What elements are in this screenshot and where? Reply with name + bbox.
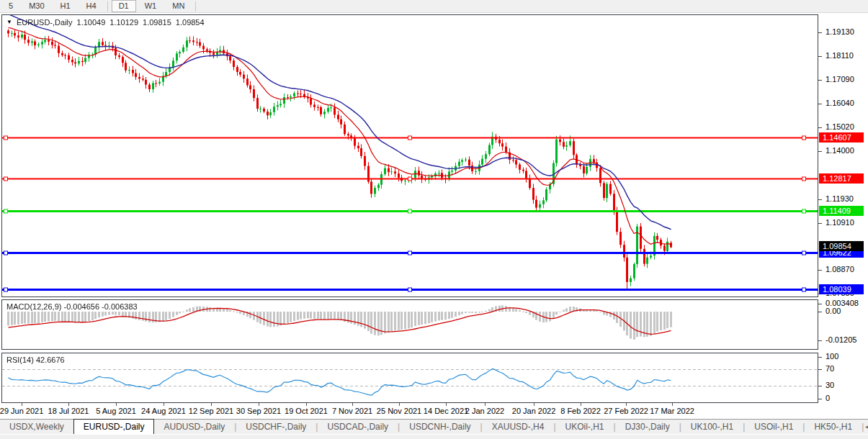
timeframe-button-d1[interactable]: D1 — [112, 0, 136, 12]
timeframe-button-h1[interactable]: H1 — [53, 0, 78, 12]
price-line-badge: 1.08039 — [819, 284, 864, 294]
time-axis-label: 12 Sep 2021 — [189, 407, 233, 415]
time-axis-tick — [259, 403, 259, 406]
time-axis-label: 29 Jun 2021 — [0, 407, 43, 415]
time-axis-tick — [211, 403, 212, 406]
rsi-axis-label: 30 — [826, 381, 834, 389]
rsi-axis-tick — [818, 357, 822, 358]
time-axis-tick — [626, 403, 627, 406]
time-axis-label: 17 Mar 2022 — [650, 407, 694, 415]
time-axis[interactable]: 29 Jun 202118 Jul 20215 Aug 202124 Aug 2… — [1, 403, 818, 419]
time-axis-tick — [534, 403, 534, 406]
chart-tab-hk50-h1[interactable]: HK50-,H1 — [805, 420, 862, 434]
timeframe-button-5[interactable]: 5 — [1, 0, 20, 12]
time-axis-tick — [116, 403, 117, 406]
price-axis-label: 1.17090 — [826, 75, 854, 83]
time-axis-tick — [164, 403, 164, 406]
timeframe-button-mn[interactable]: MN — [165, 0, 192, 12]
time-axis-label: 20 Jan 2022 — [512, 407, 556, 415]
price-axis-label: 1.19130 — [826, 27, 854, 36]
chart-title: ▼ EURUSD-,Daily 1.10049 1.10129 1.09815 … — [6, 18, 205, 27]
time-axis-label: 8 Feb 2022 — [560, 407, 601, 415]
price-axis-label: 1.15020 — [826, 122, 854, 131]
macd-indicator-panel: MACD(12,26,9) -0.004656 -0.006383 — [1, 299, 818, 350]
chart-tabbar: USDX,WeeklyEURUSD-,DailyAUDUSD-,Daily|US… — [0, 419, 868, 434]
time-axis-tick — [446, 403, 447, 406]
timeframe-button-m30[interactable]: M30 — [22, 0, 51, 12]
price-axis-tick — [818, 127, 822, 128]
rsi-canvas[interactable] — [2, 353, 818, 402]
chart-tab-audusd-daily[interactable]: AUDUSD-,Daily — [154, 420, 234, 434]
rsi-axis-tick — [818, 369, 822, 370]
time-axis-label: 14 Dec 2021 — [424, 407, 468, 415]
price-axis-tick — [818, 104, 822, 104]
chart-tab-usdcnh-daily[interactable]: USDCNH-,Daily — [400, 420, 480, 434]
price-line-badge: 1.14607 — [819, 132, 864, 142]
current-price-badge: 1.09854 — [819, 241, 864, 251]
macd-axis-tick — [818, 312, 822, 312]
time-axis-tick — [352, 403, 353, 406]
time-axis-tick — [306, 403, 307, 406]
rsi-axis-tick — [818, 399, 822, 399]
chart-tab-usoil-h1[interactable]: USOil-,H1 — [745, 420, 802, 434]
time-axis-label: 18 Jul 2021 — [48, 407, 89, 415]
chart-dropdown-icon[interactable]: ▼ — [6, 19, 12, 25]
time-axis-label: 19 Oct 2021 — [285, 407, 328, 415]
time-axis-label: 24 Aug 2021 — [141, 407, 186, 415]
price-axis-tick — [818, 151, 822, 152]
rsi-axis-label: 0 — [826, 394, 830, 402]
time-axis-label: 2 Jan 2022 — [465, 407, 504, 415]
price-chart-panel: ▼ EURUSD-,Daily 1.10049 1.10129 1.09815 … — [1, 14, 818, 297]
timeframe-button-h4[interactable]: H4 — [79, 0, 104, 12]
tab-scroll-controls: ◄► — [864, 423, 868, 430]
chart-tab-uk100-h1[interactable]: UK100-,H1 — [681, 420, 743, 434]
time-axis-label: 5 Aug 2021 — [96, 407, 136, 415]
macd-axis-tick — [818, 304, 822, 304]
timeframe-button-w1[interactable]: W1 — [138, 0, 164, 12]
quote-close: 1.09854 — [176, 18, 205, 27]
price-axis-label: 1.10910 — [826, 218, 854, 227]
chart-tab-eurusd-daily[interactable]: EURUSD-,Daily — [73, 419, 155, 434]
price-axis[interactable]: 1.191301.181101.170901.160401.150201.140… — [818, 13, 868, 417]
chart-tab-ukoil-h1[interactable]: UKOil-,H1 — [556, 420, 614, 434]
chart-tab-usdcad-daily[interactable]: USDCAD-,Daily — [318, 420, 398, 434]
price-axis-label: 1.18110 — [826, 51, 854, 60]
macd-axis-tick — [818, 340, 822, 341]
mt4-window: 5M30H1H4D1W1MN ▼ EURUSD-,Daily 1.10049 1… — [0, 0, 868, 439]
time-axis-tick — [672, 403, 673, 406]
chart-tab-xauusd-h4[interactable]: XAUUSD-,H4 — [483, 420, 554, 434]
time-axis-label: 30 Sep 2021 — [236, 407, 281, 415]
macd-axis-label: -0.01205 — [826, 335, 856, 344]
price-axis-label: 1.14000 — [826, 146, 854, 155]
macd-label: MACD(12,26,9) -0.004656 -0.006383 — [6, 302, 138, 311]
tab-scroll-left-icon[interactable]: ◄ — [864, 423, 868, 430]
quote-open: 1.10049 — [77, 18, 106, 27]
time-axis-tick — [581, 403, 581, 406]
rsi-axis-label: 70 — [826, 364, 834, 373]
quote-high: 1.10129 — [109, 18, 138, 27]
rsi-label: RSI(14) 42.6676 — [6, 356, 65, 364]
price-axis-tick — [818, 223, 822, 224]
chart-tab-usdchf-daily[interactable]: USDCHF-,Daily — [236, 420, 316, 434]
time-axis-tick — [399, 403, 400, 406]
time-axis-tick — [485, 403, 486, 406]
price-axis-tick — [818, 270, 822, 271]
price-axis-tick — [818, 199, 822, 200]
price-chart-canvas[interactable] — [2, 15, 818, 297]
chart-symbol-label: EURUSD-,Daily — [17, 18, 73, 27]
chart-tab-dj30-daily[interactable]: DJ30-,Daily — [616, 420, 679, 434]
price-axis-tick — [818, 56, 822, 57]
chart-tab-usdx-weekly[interactable]: USDX,Weekly — [0, 420, 73, 434]
time-axis-label: 7 Nov 2021 — [332, 407, 372, 415]
price-axis-tick — [818, 80, 822, 81]
price-axis-label: 1.11930 — [826, 194, 854, 203]
macd-axis-label: 0.003408 — [826, 299, 859, 307]
quote-low: 1.09815 — [143, 18, 171, 27]
price-axis-label: 1.08870 — [826, 265, 854, 273]
price-line-badge: 1.12817 — [819, 173, 864, 184]
time-axis-label: 25 Nov 2021 — [377, 407, 421, 415]
rsi-axis-tick — [818, 386, 822, 386]
time-axis-tick — [22, 403, 22, 406]
macd-axis-label: 0.00 — [826, 307, 841, 315]
time-axis-tick — [68, 403, 69, 406]
